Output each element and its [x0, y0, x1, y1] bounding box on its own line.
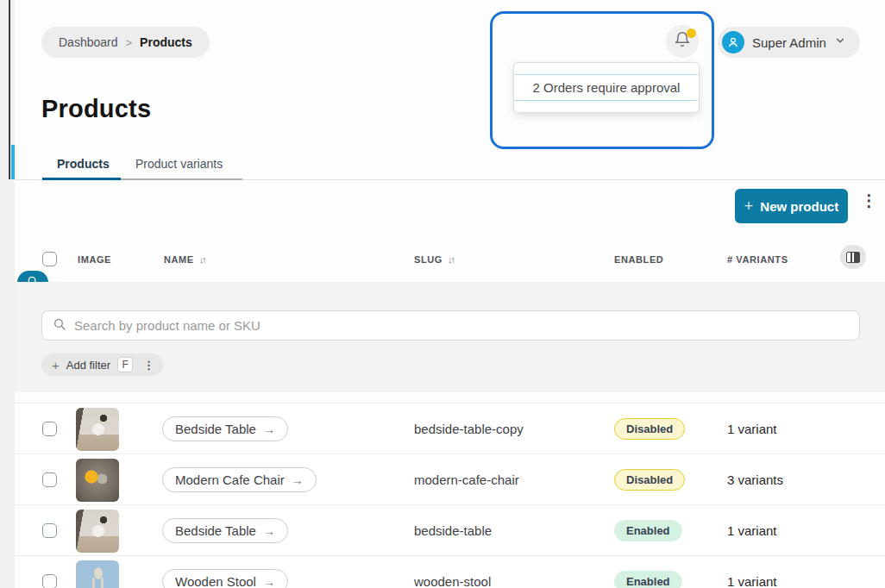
variant-count: 1 variant: [727, 422, 777, 436]
product-image: [76, 560, 119, 588]
product-slug: bedside-table: [414, 523, 492, 538]
product-name-link[interactable]: Bedside Table →: [162, 518, 288, 543]
user-menu-button[interactable]: Super Admin: [718, 27, 860, 58]
table-row[interactable]: Modern Cafe Chair → modern-cafe-chair Di…: [15, 454, 885, 504]
product-slug: wooden-stool: [414, 574, 491, 588]
variant-count: 1 variant: [727, 574, 777, 588]
select-all-checkbox[interactable]: [42, 252, 57, 266]
product-name-link[interactable]: Wooden Stool →: [162, 569, 288, 588]
breadcrumb-dashboard-link[interactable]: Dashboard: [59, 35, 118, 49]
column-header-slug[interactable]: SLUG↓↑: [414, 254, 454, 265]
arrow-right-icon: →: [263, 575, 275, 588]
active-tab-underline: [42, 178, 121, 180]
variant-count: 3 variants: [727, 472, 783, 487]
product-name-label: Bedside Table: [175, 523, 256, 538]
user-name-label: Super Admin: [752, 35, 826, 50]
new-product-button[interactable]: + New product: [735, 189, 848, 223]
column-header-enabled: ENABLED: [614, 254, 663, 265]
plus-icon: +: [52, 358, 60, 372]
add-filter-button[interactable]: + Add filter F ⋮: [41, 353, 163, 376]
products-admin-page: Dashboard > Products Super Admin 2 Order…: [0, 0, 885, 588]
row-checkbox[interactable]: [42, 472, 57, 487]
product-name-link[interactable]: Bedside Table →: [162, 416, 288, 441]
left-gutter: [0, 0, 15, 588]
product-slug: bedside-table-copy: [414, 422, 524, 436]
table-row[interactable]: Bedside Table → bedside-table Enabled 1 …: [15, 504, 885, 555]
new-product-label: New product: [760, 199, 838, 214]
tab-products[interactable]: Products: [57, 157, 110, 171]
product-name-label: Bedside Table: [175, 422, 256, 436]
tab-product-variants[interactable]: Product variants: [135, 157, 223, 171]
status-badge: Enabled: [614, 520, 682, 541]
add-filter-label: Add filter: [66, 359, 110, 372]
breadcrumb-separator: >: [126, 36, 133, 49]
filter-overflow-menu-icon[interactable]: ⋮: [143, 361, 154, 369]
status-badge: Enabled: [614, 571, 682, 588]
arrow-right-icon: →: [263, 422, 275, 436]
search-filter-panel: + Add filter F ⋮: [15, 282, 885, 392]
row-checkbox[interactable]: [42, 574, 57, 588]
column-settings-button[interactable]: [840, 245, 866, 269]
table-columns-icon: [846, 252, 860, 263]
product-image: [76, 459, 119, 502]
sort-icon[interactable]: ↓↑: [199, 254, 205, 265]
status-badge: Disabled: [614, 469, 685, 491]
product-name-label: Modern Cafe Chair: [175, 472, 285, 487]
column-header-variants: # VARIANTS: [727, 254, 788, 265]
notification-item-orders-approval[interactable]: 2 Orders require approval: [515, 74, 698, 101]
arrow-right-icon: →: [263, 524, 275, 538]
column-header-name[interactable]: NAME↓↑: [164, 254, 205, 265]
table-row[interactable]: Wooden Stool → wooden-stool Enabled 1 va…: [15, 555, 885, 588]
search-input[interactable]: [74, 318, 849, 333]
variant-count: 1 variant: [727, 523, 777, 538]
breadcrumb: Dashboard > Products: [41, 27, 210, 58]
keyboard-shortcut-badge: F: [117, 357, 133, 372]
arrow-right-icon: →: [292, 473, 304, 487]
product-slug: modern-cafe-chair: [414, 472, 519, 487]
sidebar-edge-line: [9, 0, 10, 179]
product-name-label: Wooden Stool: [175, 574, 256, 588]
table-row[interactable]: Bedside Table → bedside-table-copy Disab…: [15, 403, 885, 454]
notifications-popup: 2 Orders require approval: [513, 62, 700, 113]
search-field[interactable]: [41, 310, 860, 341]
page-title: Products: [41, 95, 151, 123]
sort-icon[interactable]: ↓↑: [448, 254, 454, 265]
user-avatar-icon: [722, 31, 744, 53]
status-badge: Disabled: [614, 418, 685, 440]
toolbar-overflow-menu-icon[interactable]: ⋮: [861, 195, 876, 206]
column-header-image: IMAGE: [78, 254, 111, 265]
product-image: [76, 510, 119, 553]
tab-indicator-bar: [11, 145, 15, 179]
breadcrumb-current: Products: [140, 35, 192, 49]
product-image: [76, 408, 119, 451]
row-checkbox[interactable]: [42, 523, 57, 538]
rows-spacer: [15, 392, 885, 403]
search-icon: [53, 317, 66, 335]
row-checkbox[interactable]: [42, 422, 57, 436]
product-name-link[interactable]: Modern Cafe Chair →: [162, 467, 317, 492]
plus-icon: +: [744, 197, 754, 216]
chevron-down-icon: [834, 34, 846, 50]
products-table-body: Bedside Table → bedside-table-copy Disab…: [15, 392, 885, 588]
variants-tab-underline: [121, 178, 242, 180]
